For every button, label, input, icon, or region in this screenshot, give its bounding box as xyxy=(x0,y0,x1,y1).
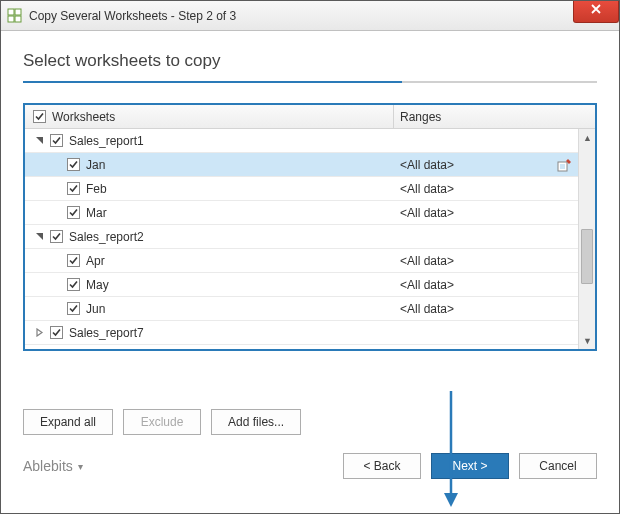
collapse-icon[interactable] xyxy=(33,230,46,243)
row-label: Sales_report7 xyxy=(69,326,144,340)
row-label: Sales_report1 xyxy=(69,134,144,148)
col-ranges-label: Ranges xyxy=(400,110,441,124)
row-checkbox[interactable] xyxy=(67,206,80,219)
worksheet-tree: Worksheets Ranges Sales_report1Jan<All d… xyxy=(23,103,597,351)
exclude-button[interactable]: Exclude xyxy=(123,409,201,435)
row-label: Feb xyxy=(86,182,107,196)
svg-rect-1 xyxy=(15,9,21,15)
row-range: <All data> xyxy=(400,158,454,172)
row-checkbox[interactable] xyxy=(67,254,80,267)
tree-row[interactable]: Jan<All data> xyxy=(25,153,578,177)
tree-row[interactable]: Mar<All data> xyxy=(25,201,578,225)
col-worksheets-header[interactable]: Worksheets xyxy=(25,105,394,128)
tree-row[interactable]: Apr<All data> xyxy=(25,249,578,273)
svg-marker-7 xyxy=(444,493,458,507)
row-checkbox[interactable] xyxy=(67,278,80,291)
row-checkbox[interactable] xyxy=(67,158,80,171)
svg-rect-5 xyxy=(560,164,565,169)
select-all-checkbox[interactable] xyxy=(33,110,46,123)
window-title: Copy Several Worksheets - Step 2 of 3 xyxy=(29,9,236,23)
row-checkbox[interactable] xyxy=(67,182,80,195)
row-label: Jun xyxy=(86,302,105,316)
titlebar: Copy Several Worksheets - Step 2 of 3 xyxy=(1,1,619,31)
row-label: Mar xyxy=(86,206,107,220)
expand-icon[interactable] xyxy=(33,326,46,339)
tree-row[interactable]: May<All data> xyxy=(25,273,578,297)
svg-rect-3 xyxy=(15,16,21,22)
tree-row[interactable]: Jun<All data> xyxy=(25,297,578,321)
scroll-up-icon[interactable]: ▲ xyxy=(579,129,595,146)
expand-all-button[interactable]: Expand all xyxy=(23,409,113,435)
chevron-down-icon: ▾ xyxy=(78,461,83,472)
row-label: Jan xyxy=(86,158,105,172)
row-checkbox[interactable] xyxy=(50,230,63,243)
back-button[interactable]: < Back xyxy=(343,453,421,479)
row-checkbox[interactable] xyxy=(50,326,63,339)
row-label: May xyxy=(86,278,109,292)
row-label: Apr xyxy=(86,254,105,268)
tree-header: Worksheets Ranges xyxy=(25,105,595,129)
cancel-button[interactable]: Cancel xyxy=(519,453,597,479)
tree-row[interactable]: Sales_report1 xyxy=(25,129,578,153)
tree-row[interactable]: Sales_report2 xyxy=(25,225,578,249)
collapse-icon[interactable] xyxy=(33,134,46,147)
scroll-down-icon[interactable]: ▼ xyxy=(579,332,595,349)
close-button[interactable] xyxy=(573,1,619,23)
row-label: Sales_report2 xyxy=(69,230,144,244)
row-checkbox[interactable] xyxy=(50,134,63,147)
next-button[interactable]: Next > xyxy=(431,453,509,479)
tree-row[interactable]: Feb<All data> xyxy=(25,177,578,201)
scroll-thumb[interactable] xyxy=(581,229,593,284)
page-title: Select worksheets to copy xyxy=(23,51,597,71)
brand[interactable]: Ablebits ▾ xyxy=(23,458,83,474)
svg-rect-2 xyxy=(8,16,14,22)
brand-label: Ablebits xyxy=(23,458,73,474)
row-range: <All data> xyxy=(400,278,454,292)
add-files-button[interactable]: Add files... xyxy=(211,409,301,435)
col-worksheets-label: Worksheets xyxy=(52,110,115,124)
row-range: <All data> xyxy=(400,206,454,220)
svg-rect-0 xyxy=(8,9,14,15)
row-checkbox[interactable] xyxy=(67,302,80,315)
tree-row[interactable]: Sales_report7 xyxy=(25,321,578,345)
col-ranges-header[interactable]: Ranges xyxy=(394,105,595,128)
tree-scrollbar[interactable]: ▲ ▼ xyxy=(578,129,595,349)
row-range: <All data> xyxy=(400,254,454,268)
range-picker-icon[interactable] xyxy=(556,156,574,174)
app-icon xyxy=(7,8,23,24)
row-range: <All data> xyxy=(400,302,454,316)
step-progress xyxy=(23,81,597,83)
row-range: <All data> xyxy=(400,182,454,196)
